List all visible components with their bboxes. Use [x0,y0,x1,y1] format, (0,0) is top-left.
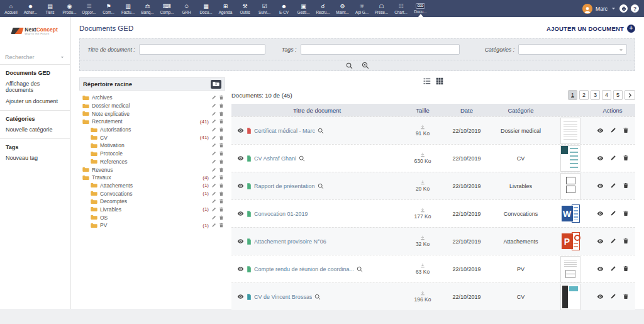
tree-item-autorisations[interactable]: Autorisations [79,126,225,134]
edit-icon[interactable] [211,135,216,140]
delete-icon[interactable] [219,127,224,132]
preview-icon[interactable] [237,293,244,300]
delete-icon[interactable] [623,293,629,299]
print-button[interactable] [619,4,628,13]
add-document-button[interactable]: AJOUTER UN DOCUMENT + [547,25,635,33]
edit-icon[interactable] [211,191,216,196]
document-link[interactable]: Compte rendu de réunion de coordina... [254,266,354,272]
delete-icon[interactable] [219,103,224,108]
download-icon[interactable] [420,180,425,185]
nav-item-adher[interactable]: ☻ Adhér... [21,0,40,17]
nav-item-grh[interactable]: ☺ GRH [177,0,196,17]
nav-item-accueil[interactable]: ⌂ Accueil [1,0,21,17]
sidebar-item-nouveau-tag[interactable]: Nouveau tag [6,152,64,164]
sidebar-item-ajouter-un-document[interactable]: Ajouter un document [6,96,64,107]
view-icon[interactable] [597,238,604,245]
nav-item-maint[interactable]: ⚙ Maint... [333,0,352,17]
preview-icon[interactable] [237,155,244,162]
user-menu[interactable]: Marc [596,6,608,12]
tree-item-dossier-medical[interactable]: Dossier medical [79,102,225,110]
tree-item-travaux[interactable]: Travaux (4) [79,174,225,182]
edit-icon[interactable] [610,127,616,133]
edit-icon[interactable] [211,95,216,100]
nav-item-suivi[interactable]: ☑ Suivi... [255,0,274,17]
download-icon[interactable] [420,208,425,213]
document-link[interactable]: Rapport de présentation [254,183,315,189]
nav-item-oppor[interactable]: ☰ Oppor... [79,0,99,17]
category-filter-select[interactable] [518,44,627,55]
tree-item-archives[interactable]: Archives [79,94,225,102]
delete-icon[interactable] [219,199,224,204]
delete-icon[interactable] [623,238,629,244]
edit-icon[interactable] [211,215,216,220]
list-view-icon[interactable] [423,77,431,85]
help-button[interactable]: ? [631,4,639,13]
user-avatar-icon[interactable] [582,4,592,14]
document-link[interactable]: CV Ashraf Ghani [254,155,296,162]
edit-icon[interactable] [610,238,616,244]
zoom-icon[interactable] [318,128,324,134]
delete-icon[interactable] [219,151,224,156]
nav-item-agenda[interactable]: ⊞ Agenda [216,0,235,17]
delete-icon[interactable] [219,191,224,196]
edit-icon[interactable] [610,265,616,272]
edit-icon[interactable] [211,175,216,180]
tree-item-os[interactable]: OS [79,213,225,221]
nav-item-tiers[interactable]: ▤ Tiers [40,0,60,17]
download-icon[interactable] [420,291,425,296]
edit-icon[interactable] [211,183,216,188]
nav-item-prese[interactable]: ☖ Prése... [372,0,391,17]
document-link[interactable]: Attachement provisoire N°06 [254,238,326,245]
delete-icon[interactable] [623,210,629,216]
delete-icon[interactable] [623,265,629,272]
clear-filters-icon[interactable] [362,62,369,69]
document-thumbnail[interactable] [560,173,580,199]
next-page-button[interactable] [625,90,635,100]
search-icon[interactable] [346,62,353,69]
zoom-icon[interactable] [357,266,363,272]
document-thumbnail[interactable] [560,145,580,172]
tree-item-references[interactable]: References [79,158,225,166]
nav-item-recru[interactable]: ☌ Recru... [313,0,333,17]
page-button-1[interactable]: 1 [568,90,577,100]
tree-item-cv[interactable]: CV (41) [79,133,225,142]
nav-item-gesti[interactable]: ▣ Gesti... [294,0,313,17]
delete-icon[interactable] [219,175,224,180]
sidebar-search-input[interactable]: Rechercher [5,54,65,64]
delete-icon[interactable] [219,95,224,100]
view-icon[interactable] [597,127,604,134]
tree-item-decomptes[interactable]: Decomptes [79,198,225,206]
delete-icon[interactable] [219,207,224,212]
nav-item-e-cv[interactable]: ☻ E-CV [274,0,294,17]
delete-icon[interactable] [219,143,224,148]
edit-icon[interactable] [211,207,216,212]
add-folder-button[interactable] [211,80,221,89]
sidebar-item-nouvelle-categorie[interactable]: Nouvelle catégorie [6,124,64,135]
nav-item-chart[interactable]: ☷ Chart... [391,0,411,17]
tags-filter-input[interactable] [301,44,460,55]
delete-icon[interactable] [219,167,224,172]
nav-item-com[interactable]: ⚑ Com... [99,0,118,17]
preview-icon[interactable] [237,238,244,245]
document-link[interactable]: CV de Vincent Brossas [254,294,312,300]
nav-item-api-g[interactable]: ⚛ Api G... [352,0,372,17]
tree-item-note-explicative[interactable]: Note explicative [79,109,225,118]
download-icon[interactable] [420,235,425,240]
nav-item-docu[interactable]: ▦ Docu... [196,0,216,17]
nav-item-docu-2[interactable]: GED Docu... [411,0,430,17]
edit-icon[interactable] [211,103,216,108]
nav-item-factu[interactable]: ▥ Factu... [118,0,138,17]
document-thumbnail[interactable] [560,284,580,310]
download-icon[interactable] [420,152,425,157]
tree-item-convocations[interactable]: Convocations (1) [79,189,225,198]
tree-item-revenus[interactable]: Revenus [79,165,225,174]
document-thumbnail[interactable]: W [560,201,580,227]
edit-icon[interactable] [211,127,216,132]
document-link[interactable]: Convocation 01-2019 [254,211,308,217]
download-icon[interactable] [420,263,425,268]
edit-icon[interactable] [211,159,216,164]
tree-item-livrables[interactable]: Livrables (1) [79,206,225,214]
tree-item-pv[interactable]: PV (1) [79,221,225,230]
delete-icon[interactable] [623,127,629,133]
delete-icon[interactable] [219,135,224,140]
